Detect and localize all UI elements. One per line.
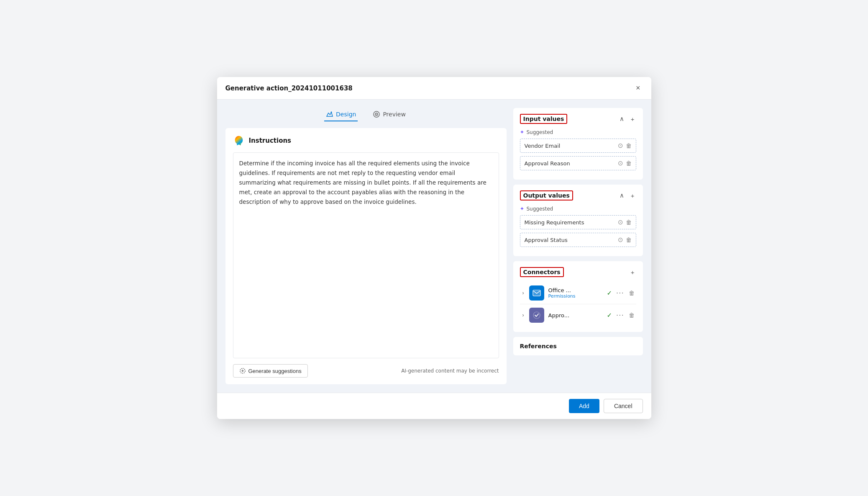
tabs-bar: Design Preview: [225, 108, 507, 121]
tab-design[interactable]: Design: [324, 108, 358, 121]
vendor-email-actions: ⊙ 🗑: [618, 142, 632, 149]
output-suggested-star-icon: ✦: [520, 206, 525, 212]
tab-preview-label: Preview: [383, 111, 406, 118]
design-icon: [326, 111, 333, 118]
output-values-title: Output values: [520, 190, 573, 200]
input-values-add-button[interactable]: +: [629, 115, 636, 123]
close-button[interactable]: ×: [633, 83, 643, 93]
approvals-check-icon: ✓: [607, 311, 612, 319]
output-values-add-button[interactable]: +: [629, 191, 636, 200]
approval-reason-check-icon: ⊙: [618, 159, 623, 167]
instructions-header: Instructions: [233, 135, 499, 146]
office-more-button[interactable]: ···: [615, 288, 626, 298]
connectors-card: Connectors + ›: [513, 261, 643, 332]
suggested-star-icon: ✦: [520, 129, 525, 135]
connector-approvals: › Appro... ✓ ··· 🗑: [520, 304, 636, 326]
ai-disclaimer: AI-generated content may be incorrect: [401, 368, 499, 374]
approval-status-check-icon: ⊙: [618, 236, 623, 244]
references-title: References: [520, 343, 557, 350]
vendor-email-check-icon: ⊙: [618, 142, 623, 149]
input-values-header: Input values ∧ +: [520, 114, 636, 124]
office-connector-status: ✓ ··· 🗑: [607, 288, 635, 298]
office-connector-name: Office ...: [548, 287, 603, 293]
input-values-collapse-button[interactable]: ∧: [618, 114, 626, 123]
approval-reason-delete-button[interactable]: 🗑: [626, 160, 632, 167]
modal-container: Generative action_20241011001638 × Desig…: [217, 77, 651, 419]
output-values-actions: ∧ +: [618, 191, 636, 200]
missing-requirements-label: Missing Requirements: [525, 219, 618, 226]
input-value-vendor-email: Vendor Email ⊙ 🗑: [520, 139, 636, 153]
svg-point-7: [533, 312, 540, 319]
modal-header: Generative action_20241011001638 ×: [217, 77, 651, 100]
output-values-suggested-label: Suggested: [526, 206, 553, 212]
modal-footer: Add Cancel: [217, 393, 651, 419]
add-button[interactable]: Add: [569, 399, 599, 413]
tab-design-label: Design: [336, 111, 356, 118]
approval-reason-actions: ⊙ 🗑: [618, 159, 632, 167]
missing-requirements-actions: ⊙ 🗑: [618, 218, 632, 226]
output-values-header: Output values ∧ +: [520, 190, 636, 200]
approvals-expand-button[interactable]: ›: [522, 311, 525, 319]
right-panel: Input values ∧ + ✦ Suggested Vendor Emai…: [513, 108, 643, 384]
output-value-approval-status: Approval Status ⊙ 🗑: [520, 233, 636, 247]
office-delete-button[interactable]: 🗑: [629, 290, 635, 296]
tab-preview[interactable]: Preview: [371, 108, 407, 121]
approval-status-actions: ⊙ 🗑: [618, 236, 632, 244]
input-values-title: Input values: [520, 114, 568, 124]
instructions-textarea[interactable]: Determine if the incoming invoice has al…: [233, 152, 499, 358]
approvals-icon: [529, 308, 544, 323]
vendor-email-label: Vendor Email: [525, 143, 618, 149]
connectors-actions: +: [629, 268, 636, 277]
generate-suggestions-button[interactable]: Generate suggestions: [233, 364, 308, 378]
connectors-header: Connectors +: [520, 267, 636, 277]
input-values-suggested-label: Suggested: [526, 129, 553, 135]
instructions-card: Instructions Determine if the incoming i…: [225, 128, 507, 384]
approvals-connector-name: Appro...: [548, 312, 603, 319]
instructions-title: Instructions: [249, 137, 292, 144]
office-expand-button[interactable]: ›: [522, 289, 525, 297]
office-connector-info: Office ... Permissions: [548, 287, 603, 299]
cancel-button[interactable]: Cancel: [604, 399, 643, 413]
left-panel: Design Preview: [225, 108, 507, 384]
office-connector-sub: Permissions: [548, 293, 603, 299]
approvals-more-button[interactable]: ···: [615, 311, 626, 320]
modal-body: Design Preview: [217, 100, 651, 393]
input-values-card: Input values ∧ + ✦ Suggested Vendor Emai…: [513, 108, 643, 180]
approval-reason-label: Approval Reason: [525, 160, 618, 167]
input-values-title-wrap: Input values: [520, 114, 568, 124]
output-values-suggested: ✦ Suggested: [520, 206, 636, 212]
output-values-title-wrap: Output values: [520, 190, 573, 200]
approval-status-delete-button[interactable]: 🗑: [626, 236, 632, 243]
connector-office: › Office ... Permissions ✓: [520, 282, 636, 304]
input-values-suggested: ✦ Suggested: [520, 129, 636, 135]
connectors-title-wrap: Connectors: [520, 267, 564, 277]
svg-point-3: [376, 114, 377, 115]
approvals-connector-info: Appro...: [548, 312, 603, 319]
connectors-title: Connectors: [520, 267, 564, 277]
office-icon: [529, 285, 544, 301]
input-values-actions: ∧ +: [618, 114, 636, 123]
references-card: References: [513, 337, 643, 355]
approvals-delete-button[interactable]: 🗑: [629, 312, 635, 319]
instructions-footer: Generate suggestions AI-generated conten…: [233, 364, 499, 378]
output-values-collapse-button[interactable]: ∧: [618, 191, 626, 200]
office-check-icon: ✓: [607, 289, 612, 297]
svg-point-0: [331, 112, 332, 113]
generate-button-label: Generate suggestions: [248, 368, 302, 374]
missing-req-check-icon: ⊙: [618, 218, 623, 226]
output-values-card: Output values ∧ + ✦ Suggested Missing Re…: [513, 185, 643, 256]
generate-icon: [239, 368, 246, 374]
modal-title: Generative action_20241011001638: [225, 85, 353, 92]
approvals-connector-status: ✓ ··· 🗑: [607, 311, 635, 320]
missing-req-delete-button[interactable]: 🗑: [626, 219, 632, 226]
vendor-email-delete-button[interactable]: 🗑: [626, 142, 632, 149]
output-value-missing-requirements: Missing Requirements ⊙ 🗑: [520, 215, 636, 229]
copilot-icon: [233, 135, 245, 146]
preview-icon: [373, 111, 380, 118]
approval-status-label: Approval Status: [525, 237, 618, 243]
input-value-approval-reason: Approval Reason ⊙ 🗑: [520, 156, 636, 170]
connectors-add-button[interactable]: +: [629, 268, 636, 277]
